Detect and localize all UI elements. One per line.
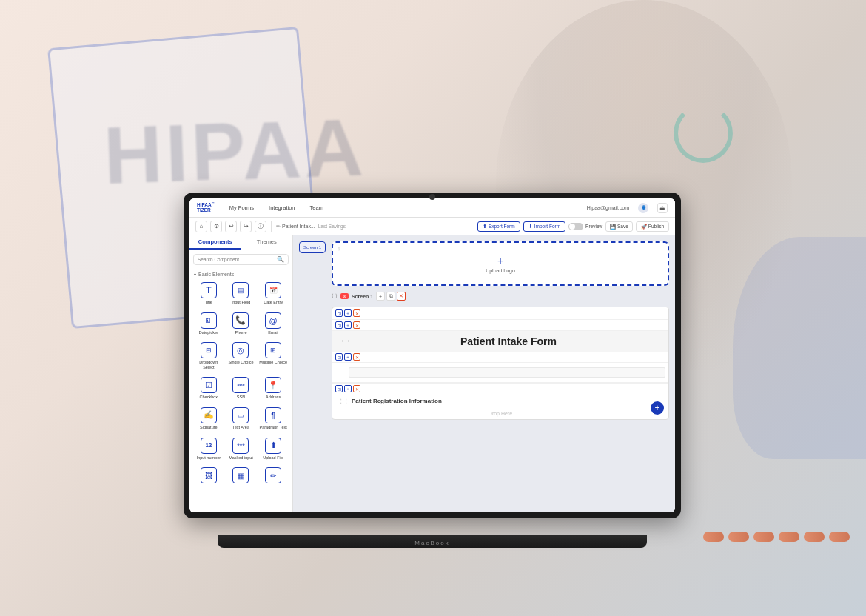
upload-file-icon: ⬆ [265,438,281,454]
form-container: ⊡ + ✕ ⊡ + ✕ [332,307,669,420]
icon2-icon: ▦ [232,467,249,483]
component-icon1[interactable]: 🖼 [192,463,225,489]
input-number-icon: 12 [201,438,217,454]
toolbar-redo-btn[interactable]: ↪ [240,221,252,232]
multiple-choice-icon: ⊞ [265,342,281,358]
screen-ctrl-copy[interactable]: ⧉ [386,292,395,301]
component-masked-input[interactable]: *** Masked input [225,434,258,464]
drop-here-zone[interactable]: Drop Here [332,408,668,419]
toggle-switch[interactable] [568,223,583,230]
checkbox-icon: ☑ [201,377,217,393]
email-icon: @ [265,312,281,329]
laptop: HIPAA™ TIZER My Forms Integration Team H… [184,192,681,548]
component-upload-file[interactable]: ⬆ Upload File [257,434,289,464]
nav-integration[interactable]: Integration [266,203,298,212]
form-input-bar[interactable] [349,367,665,378]
component-title[interactable]: T Title [192,278,225,309]
nav-avatar[interactable]: 👤 [638,203,648,213]
title-ctrl-add[interactable]: + [344,321,352,329]
nav-my-forms[interactable]: My Forms [226,203,257,212]
component-single-choice[interactable]: ◎ Single Choice [225,338,258,373]
component-textarea[interactable]: ▭ Text Area [225,404,258,434]
sub-ctrl-add[interactable]: + [344,385,352,392]
tab-themes[interactable]: Themes [241,235,293,250]
component-ssn[interactable]: ### SSN [225,373,258,404]
component-phone[interactable]: 📞 Phone [225,309,258,339]
input-number-label: Input number [197,455,221,461]
stethoscope-shape [674,104,733,163]
top-nav: HIPAA™ TIZER My Forms Integration Team H… [189,198,675,218]
icon3-icon: ✏ [265,467,281,483]
component-datepicker[interactable]: 🗓 Datepicker [192,309,225,339]
toolbar-undo-btn[interactable]: ↩ [225,221,237,232]
pill-2 [728,532,749,542]
component-icon3[interactable]: ✏ [257,463,289,489]
nav-team[interactable]: Team [307,203,326,212]
component-paragraph[interactable]: ¶ Paragraph Text [257,404,289,434]
toolbar-home-btn[interactable]: ⌂ [195,221,207,232]
export-btn[interactable]: ⬆ Export Form [477,221,520,232]
brand-logo: HIPAA™ TIZER [197,202,215,212]
single-choice-icon: ◎ [232,342,249,358]
component-dropdown[interactable]: ⊟ Dropdown Select [192,338,225,373]
drag-handle-icon: ⋮⋮ [340,338,352,345]
component-multiple-choice[interactable]: ⊞ Multiple Choice [257,338,289,373]
dropdown-icon: ⊟ [201,342,217,358]
laptop-screen: HIPAA™ TIZER My Forms Integration Team H… [189,198,675,512]
checkbox-label: Checkbox [200,395,218,400]
sub-ctrl-del[interactable]: ✕ [353,385,360,392]
single-choice-label: Single Choice [229,360,254,365]
laptop-notch [429,194,435,200]
component-icon2[interactable]: ▦ [225,463,258,489]
signature-icon: ✍ [201,407,217,424]
sidebar-search[interactable]: 🔍 [193,254,289,265]
screen-ctrl-add[interactable]: + [376,292,385,301]
signature-label: Signature [200,425,218,430]
upload-file-label: Upload File [263,455,283,461]
save-btn[interactable]: 💾 Save [605,221,633,232]
sub-ctrl-z[interactable]: ⊡ [335,385,343,392]
form-input-section: ⋮⋮ [332,363,668,383]
component-checkbox[interactable]: ☑ Checkbox [192,373,225,404]
screen-list: Screen 1 [299,241,326,506]
component-signature[interactable]: ✍ Signature [192,404,225,434]
address-icon: 📍 [265,377,281,393]
component-date-entry[interactable]: 📅 Date Entry [257,278,289,309]
input-ctrl-del[interactable]: ✕ [353,353,360,361]
tab-components[interactable]: Components [189,235,241,250]
component-input-number[interactable]: 12 Input number [192,434,225,464]
input-field-label: Input Field [232,300,251,305]
component-input-field[interactable]: ▤ Input Field [225,278,258,309]
preview-toggle[interactable]: Preview [568,223,602,230]
import-btn[interactable]: ⬇ Import Form [523,221,565,232]
logo-ctrl-1: ⊡ [336,246,342,252]
input-ctrl-z[interactable]: ⊡ [335,353,343,361]
toolbar-settings-btn[interactable]: ⚙ [210,221,222,232]
search-input[interactable] [198,257,274,262]
publish-btn[interactable]: 🚀 Publish [636,221,669,232]
toolbar-info-btn[interactable]: ⓘ [255,221,266,232]
title-ctrl-del[interactable]: ✕ [353,321,360,329]
toolbar-filename: ✏ Patient Intak... [276,224,315,230]
form-subsection: ⋮⋮ Patient Registration Information [332,394,668,408]
logo-upload-zone[interactable]: ⊡ + Upload Logo [332,241,669,286]
title-label: Title [205,300,212,305]
component-email[interactable]: @ Email [257,309,289,339]
form-ctrl-z1[interactable]: ⊡ [335,309,343,317]
title-ctrl-z[interactable]: ⊡ [335,321,343,329]
form-ctrl-del[interactable]: ✕ [353,309,360,317]
paragraph-icon: ¶ [265,407,281,424]
add-element-btn[interactable]: + [651,401,664,415]
screen-ctrl-delete[interactable]: ✕ [397,292,406,301]
address-label: Address [266,395,281,400]
ssn-label: SSN [237,395,245,400]
logo-upload-btn[interactable]: + Upload Logo [486,255,515,273]
nav-email: Hipaa@gmail.com [587,205,629,210]
screen-tab-1[interactable]: Screen 1 [299,241,326,253]
component-address[interactable]: 📍 Address [257,373,289,404]
form-ctrl-add[interactable]: + [344,309,352,317]
input-ctrl-add[interactable]: + [344,353,352,361]
upload-text: Upload Logo [486,268,515,273]
nav-logout-btn[interactable]: ⏏ [657,203,668,213]
basic-elements-section: ▾ Basic Elements [189,269,292,278]
